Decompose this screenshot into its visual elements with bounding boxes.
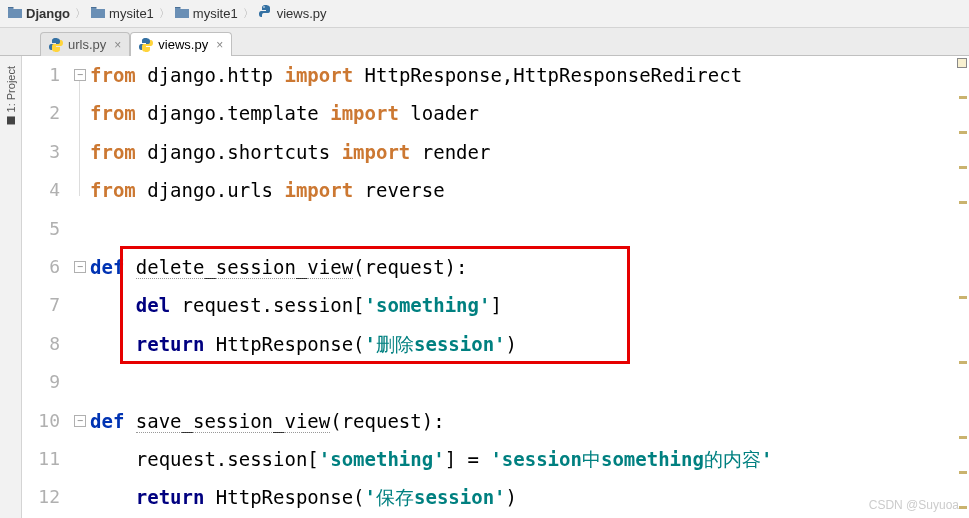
code-line[interactable] [90, 210, 969, 248]
line-number: 12 [22, 478, 60, 516]
chevron-right-icon: 〉 [159, 6, 170, 21]
breadcrumb-label: Django [26, 6, 70, 21]
warning-stripe[interactable] [959, 361, 967, 364]
editor-tabbar: urls.py×views.py× [0, 28, 969, 56]
fold-toggle-icon[interactable]: − [74, 261, 86, 273]
warning-stripe[interactable] [959, 96, 967, 99]
editor-tab[interactable]: urls.py× [40, 32, 130, 56]
close-icon[interactable]: × [114, 38, 121, 52]
close-icon[interactable]: × [216, 38, 223, 52]
warning-stripe[interactable] [959, 201, 967, 204]
breadcrumb-label: mysite1 [193, 6, 238, 21]
line-number: 6 [22, 248, 60, 286]
svg-point-0 [263, 6, 265, 8]
code-editor[interactable]: 123456789101112 −−− from django.http imp… [22, 56, 969, 518]
warning-stripe[interactable] [959, 506, 967, 509]
code-line[interactable]: from django.template import loader [90, 94, 969, 132]
line-number: 7 [22, 286, 60, 324]
breadcrumb-label: views.py [277, 6, 327, 21]
analysis-indicator-icon[interactable] [957, 58, 967, 68]
editor-tab[interactable]: views.py× [130, 32, 232, 56]
code-line[interactable] [90, 363, 969, 401]
chevron-right-icon: 〉 [75, 6, 86, 21]
line-number: 9 [22, 363, 60, 401]
code-area[interactable]: from django.http import HttpResponse,Htt… [90, 56, 969, 518]
code-line[interactable]: request.session['something'] = 'session中… [90, 440, 969, 478]
fold-toggle-icon[interactable]: − [74, 69, 86, 81]
project-tool-window-button[interactable]: 1: Project [0, 56, 22, 518]
folder-icon [8, 6, 22, 21]
line-number: 1 [22, 56, 60, 94]
right-marker-strip[interactable] [957, 56, 969, 518]
breadcrumb-item[interactable]: views.py [259, 5, 327, 22]
python-file-icon [49, 38, 63, 52]
line-number: 8 [22, 325, 60, 363]
line-number: 3 [22, 133, 60, 171]
breadcrumb-item[interactable]: mysite1 [175, 6, 238, 21]
code-line[interactable]: from django.shortcuts import render [90, 133, 969, 171]
code-line[interactable]: return HttpResponse('保存session') [90, 478, 969, 516]
line-number: 5 [22, 210, 60, 248]
folder-icon [91, 6, 105, 21]
line-number: 11 [22, 440, 60, 478]
python-file-icon [139, 38, 153, 52]
line-number: 10 [22, 402, 60, 440]
code-line[interactable]: from django.urls import reverse [90, 171, 969, 209]
tab-label: views.py [158, 37, 208, 52]
tab-label: urls.py [68, 37, 106, 52]
code-line[interactable]: def save_session_view(request): [90, 402, 969, 440]
fold-toggle-icon[interactable]: − [74, 415, 86, 427]
folder-icon [175, 6, 189, 21]
line-number: 2 [22, 94, 60, 132]
chevron-right-icon: 〉 [243, 6, 254, 21]
breadcrumb-item[interactable]: Django [8, 6, 70, 21]
breadcrumb: Django〉mysite1〉mysite1〉views.py [0, 0, 969, 28]
code-line[interactable]: return HttpResponse('删除session') [90, 325, 969, 363]
python-file-icon [259, 5, 273, 22]
warning-stripe[interactable] [959, 296, 967, 299]
breadcrumb-item[interactable]: mysite1 [91, 6, 154, 21]
warning-stripe[interactable] [959, 436, 967, 439]
line-number: 4 [22, 171, 60, 209]
fold-column[interactable]: −−− [72, 56, 90, 518]
warning-stripe[interactable] [959, 166, 967, 169]
watermark-text: CSDN @Suyuoa [869, 498, 959, 512]
warning-stripe[interactable] [959, 471, 967, 474]
code-line[interactable]: del request.session['something'] [90, 286, 969, 324]
code-line[interactable]: from django.http import HttpResponse,Htt… [90, 56, 969, 94]
line-number-gutter: 123456789101112 [22, 56, 72, 518]
project-icon [7, 116, 15, 124]
breadcrumb-label: mysite1 [109, 6, 154, 21]
code-line[interactable]: def delete_session_view(request): [90, 248, 969, 286]
warning-stripe[interactable] [959, 131, 967, 134]
project-tool-label: 1: Project [5, 66, 17, 112]
